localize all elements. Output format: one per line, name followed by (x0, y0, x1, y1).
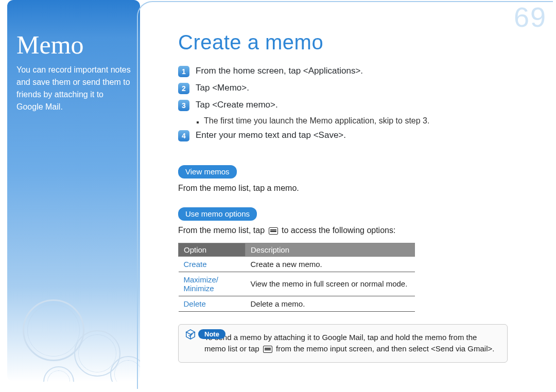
th-option: Option (179, 243, 246, 256)
menu-icon (269, 227, 278, 235)
steps-list: 1 From the home screen, tap <Application… (178, 65, 538, 141)
use-options-text-after: to access the following options: (282, 226, 395, 235)
menu-icon (263, 346, 272, 353)
step-2: 2 Tap <Memo>. (178, 82, 538, 94)
opt-desc: View the memo in full screen or normal m… (246, 272, 415, 296)
step-text: From the home screen, tap <Applications>… (196, 65, 363, 77)
step-text: Tap <Memo>. (196, 82, 249, 94)
step-badge: 3 (178, 100, 189, 111)
opt-name: Create (179, 256, 246, 272)
step-3: 3 Tap <Create memo>. (178, 99, 538, 111)
sidebar-title: Memo (16, 30, 132, 60)
page-number: 69 (514, 1, 547, 33)
sidebar: Memo You can record important notes and … (7, 0, 140, 382)
note-label: Note (198, 329, 225, 339)
opt-name: Delete (179, 296, 246, 311)
step-sub-text: The first time you launch the Memo appli… (204, 116, 429, 126)
opt-desc: Delete a memo. (246, 296, 415, 311)
note-cube-icon (185, 329, 196, 340)
sidebar-description: You can record important notes and save … (16, 64, 132, 113)
step-3-sub: The first time you launch the Memo appli… (197, 116, 538, 126)
step-badge: 1 (178, 66, 189, 77)
step-4: 4 Enter your memo text and tap <Save>. (178, 130, 538, 141)
step-1: 1 From the home screen, tap <Application… (178, 65, 538, 77)
section-label-view-memos: View memos (178, 165, 237, 179)
table-row: Create Create a new memo. (179, 256, 415, 272)
options-table: Option Description Create Create a new m… (178, 243, 415, 312)
use-options-text-before: From the memo list, tap (178, 226, 267, 235)
opt-desc: Create a new memo. (246, 256, 415, 272)
th-description: Description (246, 243, 415, 256)
step-text: Enter your memo text and tap <Save>. (196, 130, 346, 141)
note-head: Note (185, 329, 225, 340)
step-text: Tap <Create memo>. (196, 99, 278, 111)
step-badge: 4 (178, 130, 189, 141)
note-box: Note To send a memo by attaching it to G… (178, 324, 508, 363)
use-options-text: From the memo list, tap to access the fo… (178, 225, 538, 236)
main-content: Create a memo 1 From the home screen, ta… (178, 31, 538, 363)
table-header-row: Option Description (179, 243, 415, 256)
main-title: Create a memo (178, 31, 538, 54)
note-text: To send a memo by attaching it to Google… (204, 332, 499, 355)
view-memos-text: From the memo list, tap a memo. (178, 183, 538, 194)
opt-name: Maximize/ Minimize (179, 272, 246, 296)
page: 69 Memo You can record important notes a… (0, 0, 556, 392)
table-row: Delete Delete a memo. (179, 296, 415, 311)
step-badge: 2 (178, 83, 189, 94)
table-row: Maximize/ Minimize View the memo in full… (179, 272, 415, 296)
note-text-after: from the memo input screen, and then sel… (276, 344, 494, 353)
bullet-icon (197, 121, 199, 123)
section-label-use-options: Use memo options (178, 207, 257, 221)
